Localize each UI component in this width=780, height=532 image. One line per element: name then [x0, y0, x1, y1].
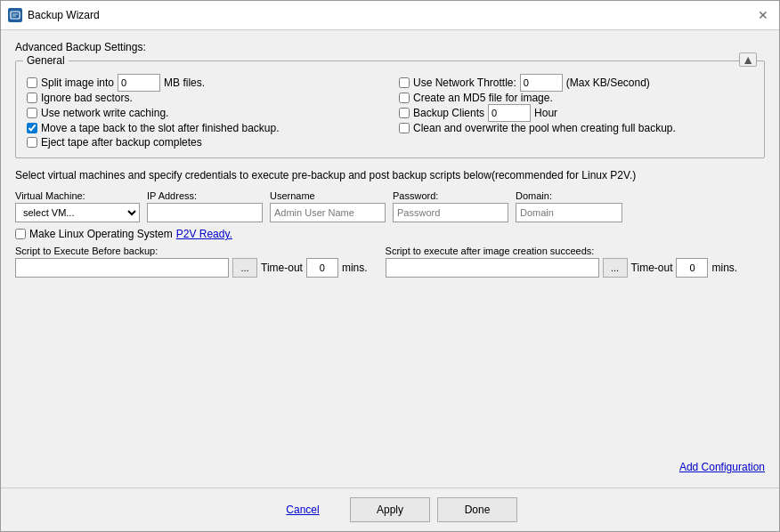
eject-tape-checkbox[interactable]: [27, 137, 37, 148]
after-timeout-input[interactable]: [676, 258, 708, 278]
after-timeout-label: Time-out: [631, 262, 673, 274]
vm-fields-row: Virtual Machine: select VM... IP Address…: [15, 190, 765, 222]
backup-clients-value-input[interactable]: [488, 104, 531, 122]
move-tape-item: Move a tape back to the slot after finis…: [27, 122, 381, 134]
before-script-controls: ... Time-out mins.: [15, 258, 368, 278]
before-browse-button[interactable]: ...: [232, 258, 257, 278]
username-field-group: Username: [270, 190, 386, 222]
settings-row-2: Ignore bad sectors. Create an MD5 file f…: [27, 92, 753, 104]
title-bar: Backup Wizard ✕: [1, 1, 779, 30]
make-linux-checkbox[interactable]: [15, 229, 26, 239]
ignore-bad-checkbox-label[interactable]: Ignore bad sectors.: [27, 92, 133, 104]
app-icon: [8, 8, 22, 22]
domain-field-group: Domain:: [516, 190, 622, 222]
split-value-input[interactable]: [118, 74, 160, 92]
clean-overwrite-checkbox-label[interactable]: Clean and overwrite the pool when creati…: [399, 122, 676, 134]
backup-clients-unit: Hour: [534, 107, 557, 119]
before-timeout-label: Time-out: [261, 262, 303, 274]
network-write-checkbox-label[interactable]: Use network write caching.: [27, 107, 168, 119]
throttle-checkbox-label[interactable]: Use Network Throttle:: [399, 77, 516, 89]
close-button[interactable]: ✕: [754, 6, 772, 24]
group-label: General: [23, 54, 69, 67]
settings-row-1: Split image into MB files. Use Network T…: [27, 74, 753, 92]
split-image-checkbox-label[interactable]: Split image into: [27, 77, 114, 89]
password-field-group: Password:: [393, 190, 508, 222]
ignore-bad-checkbox[interactable]: [27, 93, 37, 103]
move-tape-checkbox[interactable]: [27, 123, 37, 133]
password-label: Password:: [393, 190, 508, 201]
md5-checkbox-label[interactable]: Create an MD5 file for image.: [399, 92, 553, 104]
before-timeout-input[interactable]: [306, 258, 338, 278]
before-script-input[interactable]: [15, 258, 229, 278]
max-unit-label: (Max KB/Second): [566, 77, 650, 89]
spacer: [15, 278, 765, 457]
password-input[interactable]: [393, 203, 508, 222]
eject-tape-item: Eject tape after backup completes: [27, 136, 753, 149]
section-title: Advanced Backup Settings:: [15, 41, 765, 53]
script-section: Script to Execute Before backup: ... Tim…: [15, 246, 765, 278]
footer: Cancel Apply Done: [1, 488, 779, 531]
network-write-item: Use network write caching.: [27, 104, 381, 122]
settings-row-3: Use network write caching. Backup Client…: [27, 104, 753, 122]
title-bar-left: Backup Wizard: [8, 8, 100, 22]
vm-label: Virtual Machine:: [15, 190, 140, 201]
after-script-input[interactable]: [386, 258, 599, 278]
svg-rect-0: [11, 12, 20, 19]
split-unit-label: MB files.: [164, 77, 205, 89]
group-content: Split image into MB files. Use Network T…: [27, 74, 753, 149]
move-tape-checkbox-label[interactable]: Move a tape back to the slot after finis…: [27, 122, 280, 134]
ip-label: IP Address:: [147, 190, 263, 201]
before-script-group: Script to Execute Before backup: ... Tim…: [15, 246, 368, 278]
eject-tape-checkbox-label[interactable]: Eject tape after backup completes: [27, 136, 202, 149]
ignore-bad-item: Ignore bad sectors.: [27, 92, 381, 104]
md5-checkbox[interactable]: [399, 93, 410, 103]
add-configuration-link[interactable]: Add Configuration: [679, 461, 765, 473]
make-linux-checkbox-label[interactable]: Make Linux Operating System P2V Ready.: [15, 228, 232, 240]
throttle-checkbox[interactable]: [399, 77, 410, 88]
after-browse-button[interactable]: ...: [603, 258, 628, 278]
after-script-label: Script to execute after image creation s…: [386, 246, 738, 256]
vm-section: Virtual Machine: select VM... IP Address…: [15, 190, 765, 240]
domain-label: Domain:: [516, 190, 622, 201]
split-image-checkbox[interactable]: [27, 77, 37, 88]
split-image-item: Split image into MB files.: [27, 74, 381, 92]
ip-field-group: IP Address:: [147, 190, 263, 222]
clean-overwrite-checkbox[interactable]: [399, 123, 410, 133]
done-button[interactable]: Done: [437, 497, 517, 522]
username-label: Username: [270, 190, 386, 201]
apply-button[interactable]: Apply: [350, 497, 430, 522]
add-config-row: Add Configuration: [15, 457, 765, 477]
general-group-box: General ▲ Split image into MB files.: [15, 60, 765, 158]
backup-clients-item: Backup Clients Hour: [399, 104, 753, 122]
ip-input[interactable]: [147, 203, 263, 222]
after-script-group: Script to execute after image creation s…: [386, 246, 738, 278]
backup-clients-checkbox-label[interactable]: Backup Clients: [399, 107, 484, 119]
cancel-button[interactable]: Cancel: [263, 497, 343, 522]
make-linux-item: Make Linux Operating System P2V Ready.: [15, 228, 765, 240]
before-script-label: Script to Execute Before backup:: [15, 246, 368, 256]
username-input[interactable]: [270, 203, 386, 222]
after-timeout-unit: mins.: [711, 262, 737, 274]
throttle-item: Use Network Throttle: (Max KB/Second): [399, 74, 753, 92]
vm-select[interactable]: select VM...: [15, 203, 140, 222]
vm-field-group: Virtual Machine: select VM...: [15, 190, 140, 222]
before-timeout-unit: mins.: [342, 262, 368, 274]
backup-wizard-window: Backup Wizard ✕ Advanced Backup Settings…: [0, 0, 780, 532]
after-script-controls: ... Time-out mins.: [386, 258, 738, 278]
backup-clients-checkbox[interactable]: [399, 108, 410, 118]
throttle-value-input[interactable]: [520, 74, 563, 92]
window-title: Backup Wizard: [28, 9, 100, 21]
clean-overwrite-item: Clean and overwrite the pool when creati…: [399, 122, 753, 134]
script-row: Script to Execute Before backup: ... Tim…: [15, 246, 765, 278]
domain-input[interactable]: [516, 203, 622, 222]
content-area: Advanced Backup Settings: General ▲ Spli…: [1, 30, 779, 488]
group-toggle[interactable]: ▲: [739, 52, 757, 67]
network-write-checkbox[interactable]: [27, 108, 37, 118]
info-text: Select virtual machines and specify cred…: [15, 167, 765, 183]
p2v-link[interactable]: P2V Ready.: [176, 228, 232, 240]
md5-item: Create an MD5 file for image.: [399, 92, 753, 104]
settings-row-4: Move a tape back to the slot after finis…: [27, 122, 753, 134]
